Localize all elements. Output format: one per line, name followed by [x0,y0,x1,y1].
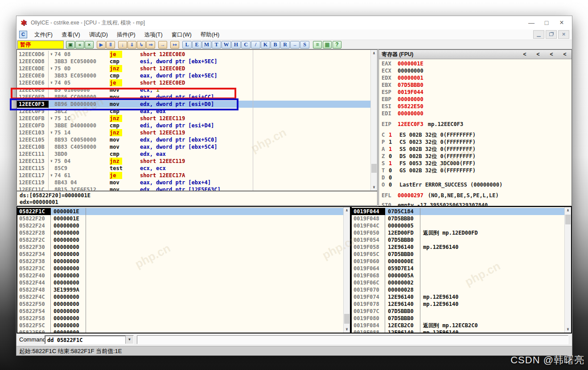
disasm-row[interactable]: 12EEC0D83BB3 EC050000cmpesi, dword ptr [… [17,58,377,65]
flag-row[interactable]: A1SS 002B 32位 0(FFFFFFFF) [382,146,572,153]
run-trace-button[interactable]: ... [290,41,300,49]
register-row[interactable]: ESP0019F044 [382,89,572,96]
dump-row[interactable]: 05822F6000000000 [17,329,350,333]
command-combobox[interactable]: ▼ [45,335,134,344]
efl-row[interactable]: EFL00000297(NO,B,NE,BE,S,PE,L,LE) [382,192,572,199]
cpu-button[interactable]: C [241,41,251,49]
dump-row[interactable]: 05822F2800000000 [17,229,350,236]
call-stack-button[interactable]: K [261,41,270,49]
title-bar[interactable]: ✱ OllyICE - cstrike.exe - [CPU - 主线程, 模块… [16,16,572,29]
stack-row[interactable]: 0019F05012ED00FD返回到 mp.12ED00FD [352,229,571,236]
registers-nav-icon[interactable]: < [531,51,545,57]
stack-row[interactable]: 0019F07412E96140mp.12E96140 [352,293,571,301]
handles-button[interactable]: H [231,41,241,49]
flag-row[interactable]: Z0DS 002B 32位 0(FFFFFFFF) [382,153,572,160]
disasm-row[interactable]: 12EEC10B8B83 C4050000moveax, dword ptr [… [17,143,377,150]
dump-row[interactable]: 05822F200000001E [17,215,350,222]
stack-row[interactable]: 0019F05407D5BBB0 [352,236,571,244]
disasm-row[interactable]: 12EEC117∨74 61jeshort 12EEC17A [17,172,377,179]
help-button[interactable]: ? [333,41,341,49]
dump-row[interactable]: 05822F3000000000 [17,244,350,251]
menu-item[interactable]: 调试(D) [85,30,112,40]
stack-row[interactable]: 0019F08412ECB2C0返回到 mp.12ECB2C0 [352,322,571,329]
disasm-row[interactable]: 12EEC0FD3BBE D4000000cmpedi, dword ptr [… [17,122,377,129]
disasm-row[interactable]: 12EEC0E6∨74 05jeshort 12EEC0ED [17,79,377,86]
dump-row[interactable]: 05822F2400000000 [17,222,350,229]
stack-row[interactable]: 0019F06C00000002 [352,279,571,286]
scrollbar-thumb[interactable] [565,215,571,224]
go-to-icon[interactable]: ↦ [170,41,179,49]
references-button[interactable]: R [280,41,290,49]
disasm-row[interactable]: 12EEC103∨75 14jnzshort 12EEC119 [17,129,377,136]
registers-nav-icon[interactable]: < [558,51,572,57]
stack-row[interactable]: 0019F064059D7E14 [352,265,571,272]
eip-row[interactable]: EIP12EEC0F3mp.12EEC0F3 [382,121,572,128]
disasm-row[interactable]: 12EEC0D6∨74 08jeshort 12EEC0E0 [17,51,377,58]
flag-row[interactable]: S1FS 0053 32位 3DC000(FFF) [382,160,572,167]
register-row[interactable]: ECX00000000 [382,67,572,74]
dump-row[interactable]: 05822F4000000000 [17,272,350,279]
close-program-icon[interactable]: × [85,41,94,49]
menu-item[interactable]: 选项(T) [140,30,167,40]
windows-button[interactable]: W [222,41,231,49]
stack-row[interactable]: 0019F04407D5C184 [352,208,571,215]
run-to-return-icon[interactable]: → [158,41,167,49]
disasm-row[interactable]: 12EEC11585C9testecx, ecx [17,165,377,172]
stack-row[interactable]: 0019F07812E96140mp.12E96140 [352,301,571,308]
menu-item[interactable]: 插件(P) [112,30,140,40]
dump-row[interactable]: 05822F5C00000000 [17,322,350,329]
close-icon[interactable]: × [554,17,569,28]
disasm-row[interactable]: 12EEC1198B43 04moveax, dword ptr [ebx+4] [17,179,377,186]
memory-map-button[interactable]: M [202,41,211,49]
mdi-minimize-icon[interactable]: ▁ [533,30,544,39]
flag-row[interactable]: C1ES 002B 32位 0(FFFFFFFF) [382,131,572,138]
disasm-row[interactable]: 12EEC0F38B96 D0000000movedx, dword ptr [… [17,101,377,108]
scroll-up-icon[interactable]: ∧ [371,50,377,57]
register-row[interactable]: EDX00000001 [382,74,572,81]
step-over-icon[interactable]: ⇓ [127,41,136,49]
flag-row[interactable]: D0 [382,174,572,181]
dump-row[interactable]: 05822F5000000000 [17,301,350,308]
threads-button[interactable]: T [212,41,221,49]
dump-row[interactable]: 05822F5800000000 [17,315,350,322]
stack-row[interactable]: 0019F07C07D5BBB0 [352,308,571,315]
dump-row[interactable]: 05822F4C00000000 [17,293,350,301]
mdi-close-icon[interactable]: × [558,30,569,39]
disasm-row[interactable]: 12EEC0F93BC2cmpeax, edx [17,108,377,115]
flag-row[interactable]: T0GS 002B 32位 0(FFFFFFFF) [382,167,572,174]
breakpoints-button[interactable]: B [271,41,280,49]
registers-nav-icon[interactable]: < [518,51,531,57]
disasm-row[interactable]: 12EEC1058B93 C0050000movedx, dword ptr [… [17,136,377,143]
scroll-down-icon[interactable]: ∨ [344,326,350,333]
scroll-down-icon[interactable]: ∨ [371,184,377,191]
source-button[interactable]: S [300,41,309,49]
mdi-restore-icon[interactable] [546,30,557,39]
scrollbar-thumb[interactable] [371,164,377,173]
menu-item[interactable]: 文件(F) [30,30,57,40]
scrollbar-thumb[interactable] [344,314,350,324]
disasm-row[interactable]: 12EEC0FB∨75 1Cjnzshort 12EEC119 [17,115,377,122]
stack-row[interactable]: 0019F08007D5BBB0 [352,315,571,322]
menu-item[interactable]: 查看(V) [57,30,85,40]
dump-row[interactable]: 05822F3C00000000 [17,265,350,272]
log-button[interactable]: L [182,41,192,49]
stack-row[interactable]: 0019F04807D5BBB0 [352,215,571,222]
dump-row[interactable]: 05822F3800000000 [17,258,350,265]
animate-over-icon[interactable]: ⇒ [146,41,155,49]
register-row[interactable]: EBP00000000 [382,96,572,103]
flag-row[interactable]: P1CS 0023 32位 0(FFFFFFFF) [382,138,572,146]
disasm-row[interactable]: 12EEC0ED8B86 CC000000moveax, dword ptr [… [17,94,377,101]
dump-row[interactable]: 05822F1C0000001E [17,208,350,215]
disasm-scrollbar[interactable]: ∧ ∨ [370,50,377,191]
dump-row[interactable]: 05822F4400000000 [17,279,350,286]
appearance-button[interactable]: ▦ [323,41,332,49]
disasm-row[interactable]: 12EEC0E03B83 EC050000cmpeax, dword ptr [… [17,72,377,79]
stack-row[interactable]: 0019F0680000005A [352,272,571,279]
register-row[interactable]: EDI00000000 [382,110,572,117]
dump-row[interactable]: 05822F3400000000 [17,251,350,258]
mdi-child-icon[interactable]: C [19,31,27,38]
scroll-up-icon[interactable]: ∧ [565,207,571,214]
disasm-row[interactable]: 12EEC11C8B15 3CE6E512movedx, dword ptr [… [17,186,377,191]
disasm-row[interactable]: 12EEC0E8B9 01000000movecx, 1 [17,86,377,94]
stack-row[interactable]: 0019F07000000028 [352,286,571,293]
